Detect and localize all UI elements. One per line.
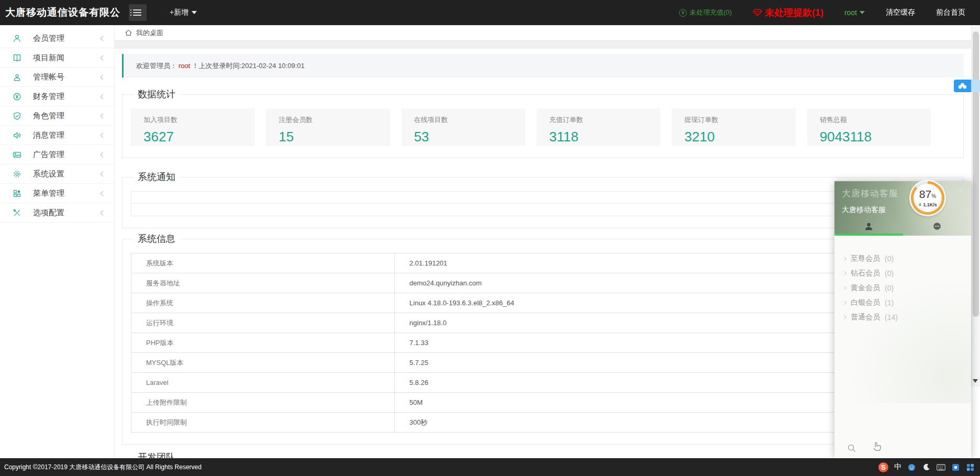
sidebar-item-ads[interactable]: 广告管理 <box>0 145 114 164</box>
welcome-prefix: 欢迎管理员： <box>136 61 177 71</box>
chevron-down-icon <box>192 11 197 14</box>
pending-withdraw-button[interactable]: 未处理提款(1) <box>753 6 823 19</box>
tab-chat[interactable] <box>903 217 972 236</box>
cloud-icon <box>957 82 967 90</box>
table-row: MYSQL版本 5.7.25 <box>131 353 954 373</box>
list-item-group-silver[interactable]: 白银会员 (1) <box>834 295 971 310</box>
stat-card-online-projects: 在线项目数 53 <box>402 108 525 146</box>
chevron-left-icon <box>101 191 106 196</box>
chevron-right-icon <box>842 301 847 305</box>
front-page-button[interactable]: 前台首页 <box>936 8 965 17</box>
hamburger-icon <box>133 9 141 10</box>
header-actions: ¥ 未处理充值(0) 未处理提款(1) root 清空缓存 前台首页 <box>679 6 980 19</box>
list-item-group-diamond[interactable]: 钻石会员 (0) <box>834 266 971 281</box>
close-icon[interactable] <box>956 186 965 195</box>
chevron-left-icon <box>101 171 106 176</box>
pending-recharge-label: 未处理充值(0) <box>689 8 732 17</box>
chevron-left-icon <box>101 113 106 118</box>
table-row: 服务器地址 demo24.qunyizhan.com <box>131 273 954 293</box>
sidebar-item-messages[interactable]: 消息管理 <box>0 126 114 145</box>
tab-contacts[interactable] <box>834 217 903 236</box>
ime-emoji-icon[interactable] <box>907 463 916 472</box>
down-arrow-icon <box>918 202 922 207</box>
sidebar-item-members[interactable]: 会员管理 <box>0 29 114 48</box>
ime-keyboard-icon[interactable] <box>937 463 945 472</box>
welcome-username: root <box>179 62 190 70</box>
menu-grid-icon <box>13 189 21 198</box>
chevron-down-icon <box>860 11 865 14</box>
stat-card-withdraw-orders: 提现订单数 3210 <box>672 108 795 146</box>
pending-recharge-button[interactable]: ¥ 未处理充值(0) <box>679 8 732 17</box>
sysinfo-section-title: 系统信息 <box>133 233 180 245</box>
apps-grid-icon[interactable] <box>966 463 975 472</box>
stats-section-title: 数据统计 <box>133 88 180 101</box>
breadcrumb[interactable]: 我的桌面 <box>115 25 971 41</box>
sidebar-item-settings[interactable]: 系统设置 <box>0 164 114 184</box>
sidebar-item-finance[interactable]: 财务管理 <box>0 87 114 106</box>
home-icon <box>125 29 132 37</box>
cloud-save-button[interactable] <box>954 80 971 92</box>
notice-section-title: 系统通知 <box>133 171 180 183</box>
download-percent: 87 <box>919 188 931 200</box>
dev-team-section-title: 开发团队 <box>133 451 180 458</box>
download-progress-content: 87% 1.1K/s <box>914 184 942 212</box>
clear-cache-button[interactable]: 清空缓存 <box>886 8 915 17</box>
list-item-group-gold[interactable]: 黄金会员 (0) <box>834 281 971 295</box>
account-icon <box>13 73 21 82</box>
extension-icon[interactable] <box>951 463 960 472</box>
user-icon <box>13 34 21 43</box>
sidebar-item-options[interactable]: 选项配置 <box>0 203 114 223</box>
gear-icon <box>13 170 21 179</box>
table-row: 上传附件限制 50M <box>131 393 954 413</box>
tools-icon <box>13 208 21 217</box>
username-label: root <box>844 8 857 17</box>
table-row: 操作系统 Linux 4.18.0-193.6.3.el8_2.x86_64 <box>131 293 954 313</box>
chevron-right-icon <box>842 315 847 319</box>
list-item-group-normal[interactable]: 普通会员 (14) <box>834 310 971 325</box>
stat-card-joined-projects: 加入项目数 3627 <box>131 108 254 146</box>
person-icon <box>864 222 874 231</box>
table-row: Laravel 5.8.26 <box>131 373 954 393</box>
scrollbar-gap <box>971 386 980 458</box>
chevron-left-icon <box>101 132 106 138</box>
hand-pointer-icon[interactable] <box>870 440 884 453</box>
cloud-toolbar-edge[interactable] <box>971 80 980 92</box>
sidebar-toggle-button[interactable] <box>129 4 147 21</box>
diamond-icon <box>753 9 762 16</box>
stat-cards: 加入项目数 3627 注册会员数 15 在线项目数 53 充值订单数 3118 … <box>131 108 955 146</box>
recharge-coin-icon: ¥ <box>679 9 687 17</box>
download-speed: 1.1K/s <box>923 202 937 207</box>
copyright-text: Copyright ©2017-2019 大唐移动通信设备有限公司 All Ri… <box>4 463 202 472</box>
add-new-dropdown[interactable]: +新增 <box>170 8 197 17</box>
member-group-list: 至尊会员 (0) 钻石会员 (0) 黄金会员 (0) 白银会员 (1) 普通会员… <box>834 236 971 403</box>
sidebar-item-news[interactable]: 项目新闻 <box>0 48 114 68</box>
stat-card-total-sales: 销售总额 9043118 <box>807 108 931 146</box>
sidebar-item-menus[interactable]: 菜单管理 <box>0 184 114 203</box>
sidebar-item-admin-accounts[interactable]: 管理帐号 <box>0 68 114 87</box>
welcome-suffix: ！上次登录时间:2021-02-24 10:09:01 <box>192 61 304 71</box>
chat-watermark: 大唐移动客服 <box>842 187 898 200</box>
chat-tabs <box>834 217 971 236</box>
chevron-right-icon <box>842 286 847 290</box>
pending-withdraw-label: 未处理提款(1) <box>765 6 823 19</box>
list-item-group-supreme[interactable]: 至尊会员 (0) <box>834 251 971 266</box>
chevron-left-icon <box>101 152 106 157</box>
active-tab-indicator <box>834 234 903 236</box>
user-menu[interactable]: root <box>844 8 865 17</box>
chevron-left-icon <box>101 210 106 215</box>
scroll-down-arrow[interactable] <box>973 379 978 383</box>
sogou-input-icon[interactable]: S <box>878 462 888 472</box>
scrollbar-thumb[interactable] <box>973 31 979 317</box>
ime-night-icon[interactable] <box>922 463 931 472</box>
search-icon[interactable] <box>847 444 856 453</box>
download-progress-badge[interactable]: 87% 1.1K/s <box>911 181 944 215</box>
sidebar-item-roles[interactable]: 角色管理 <box>0 106 114 126</box>
chevron-left-icon <box>101 36 106 41</box>
table-row: 执行时间限制 300秒 <box>131 413 954 433</box>
ime-taskbar: S 中 <box>878 462 980 472</box>
ime-lang-indicator[interactable]: 中 <box>894 462 901 472</box>
welcome-banner: 欢迎管理员： root ！上次登录时间:2021-02-24 10:09:01 <box>122 54 964 78</box>
chat-title: 大唐移动客服 <box>842 205 886 215</box>
speaker-icon <box>13 131 21 140</box>
chat-bubble-icon <box>932 222 942 231</box>
